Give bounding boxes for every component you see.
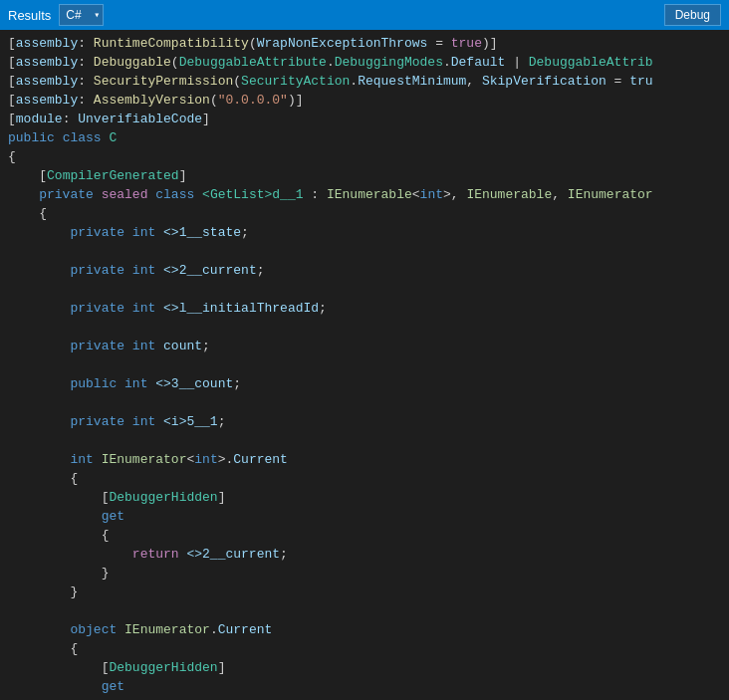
code-content: [assembly: RuntimeCompatibility(WrapNonE… — [0, 34, 729, 700]
app-container: Results C# VB F# IL ▾ Debug [assembly: R… — [0, 0, 729, 700]
debug-button[interactable]: Debug — [664, 4, 721, 26]
results-label: Results — [8, 8, 51, 23]
language-select[interactable]: C# VB F# IL — [59, 4, 104, 26]
header-bar: Results C# VB F# IL ▾ Debug — [0, 0, 729, 30]
language-select-wrapper[interactable]: C# VB F# IL ▾ — [59, 4, 104, 26]
code-area[interactable]: [assembly: RuntimeCompatibility(WrapNonE… — [0, 30, 729, 700]
